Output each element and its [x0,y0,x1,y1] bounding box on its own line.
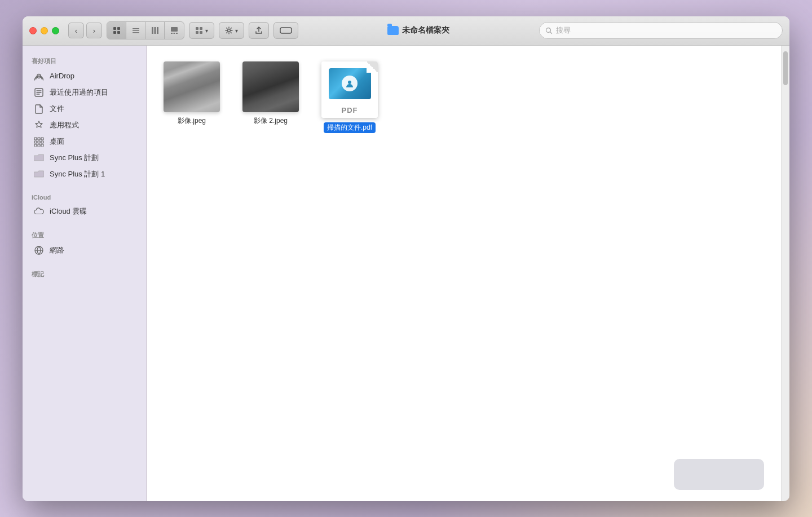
svg-rect-14 [196,27,198,30]
icloud-icon [34,206,44,216]
maximize-button[interactable] [52,27,59,34]
tags-section-title: 標記 [23,266,146,281]
svg-rect-9 [157,27,158,34]
sidebar-item-desktop[interactable]: 桌面 [25,134,144,149]
svg-rect-10 [171,27,178,32]
file-name-img2: 影像 2.jpeg [254,117,288,126]
svg-rect-29 [34,144,37,147]
thumb-img1-bg [164,61,220,112]
svg-rect-23 [34,138,37,140]
tag-button[interactable] [273,22,298,39]
desktop-label: 桌面 [50,136,64,147]
desktop-icon [34,136,44,147]
search-bar[interactable]: 搜尋 [539,22,783,39]
svg-rect-12 [174,33,175,34]
svg-rect-13 [176,33,178,34]
documents-icon [34,104,44,114]
network-icon [34,245,44,255]
view-gallery-button[interactable] [165,22,184,39]
minimize-button[interactable] [41,27,48,34]
notification-blur [674,459,764,490]
svg-rect-4 [133,28,139,29]
svg-rect-1 [117,27,120,30]
file-thumbnail-img2 [242,61,299,112]
recents-icon [34,87,44,98]
svg-rect-19 [280,28,292,33]
thumb-img2-bg [242,61,299,112]
svg-rect-26 [34,141,37,143]
icloud-section-title: iCloud [23,189,146,203]
file-name-pdf: 掃描的文件.pdf [324,122,376,134]
icloud-label: iCloud 雲碟 [50,206,87,216]
share-button[interactable] [249,22,269,39]
sidebar-item-syncplus2[interactable]: Sync Plus 計劃 1 [25,166,144,182]
file-item-img2[interactable]: 影像 2.jpeg [237,57,304,138]
favorites-section-title: 喜好項目 [23,52,146,68]
svg-rect-11 [171,33,173,34]
svg-rect-15 [200,27,202,30]
svg-point-18 [228,29,231,32]
svg-rect-7 [152,27,153,34]
group-button[interactable]: ▾ [189,22,214,39]
applications-label: 應用程式 [50,120,79,130]
svg-rect-6 [133,32,139,33]
scrollbar-thumb[interactable] [783,51,788,85]
file-item-img1[interactable]: 影像.jpeg [158,57,226,138]
scrollbar-track[interactable] [781,46,789,501]
view-mode-group [107,21,184,39]
view-icon-button[interactable] [107,22,126,39]
view-columns-button[interactable] [145,22,165,39]
sidebar-item-network[interactable]: 網路 [25,242,144,258]
svg-rect-16 [196,31,198,34]
nav-buttons: ‹ › [68,23,102,38]
back-button[interactable]: ‹ [68,23,84,38]
file-name-img1: 影像.jpeg [178,117,206,126]
svg-rect-5 [133,30,139,32]
documents-label: 文件 [50,104,64,114]
sidebar-item-documents[interactable]: 文件 [25,101,144,117]
sidebar-item-icloud[interactable]: iCloud 雲碟 [25,204,144,219]
sidebar: 喜好項目 AirDrop [23,46,147,501]
airdrop-label: AirDrop [50,72,74,80]
sidebar-item-recents[interactable]: 最近使用過的項目 [25,85,144,100]
file-thumbnail-img1 [164,61,220,112]
svg-rect-30 [38,144,40,147]
forward-button[interactable]: › [86,23,102,38]
svg-point-33 [348,81,351,84]
svg-rect-2 [113,31,116,34]
sidebar-item-syncplus1[interactable]: Sync Plus 計劃 [25,150,144,166]
syncplus1-label: Sync Plus 計劃 [50,153,99,163]
network-label: 網路 [50,245,64,255]
sidebar-item-airdrop[interactable]: AirDrop [25,68,144,84]
file-area: 影像.jpeg 影像 2.jpeg [147,46,781,501]
pdf-preview-image [329,68,371,99]
traffic-lights [29,27,59,34]
svg-rect-28 [41,141,43,143]
close-button[interactable] [29,27,37,34]
svg-rect-8 [154,27,156,34]
folder1-icon [34,153,44,163]
sidebar-item-applications[interactable]: 應用程式 [25,117,144,133]
pdf-type-label: PDF [342,106,358,114]
svg-rect-27 [38,141,40,143]
svg-rect-24 [38,138,40,140]
finder-window: ‹ › [23,16,789,501]
file-thumbnail-pdf: PDF [321,61,378,118]
airdrop-icon [34,71,44,81]
recents-label: 最近使用過的項目 [50,87,108,98]
folder2-icon [34,169,44,179]
search-placeholder: 搜尋 [556,25,571,36]
svg-rect-3 [117,31,120,34]
syncplus2-label: Sync Plus 計劃 1 [50,169,105,179]
title-bar: ‹ › [23,16,789,46]
pdf-thumbnail-bg: PDF [321,61,378,118]
view-list-button[interactable] [126,22,145,39]
window-title: 未命名檔案夾 [303,25,535,36]
settings-button[interactable]: ▾ [219,22,244,39]
locations-section-title: 位置 [23,227,146,242]
folder-icon [387,26,399,35]
svg-rect-17 [200,31,202,34]
svg-rect-25 [41,138,43,140]
file-item-pdf[interactable]: PDF 掃描的文件.pdf [316,57,383,138]
svg-rect-31 [41,144,43,147]
